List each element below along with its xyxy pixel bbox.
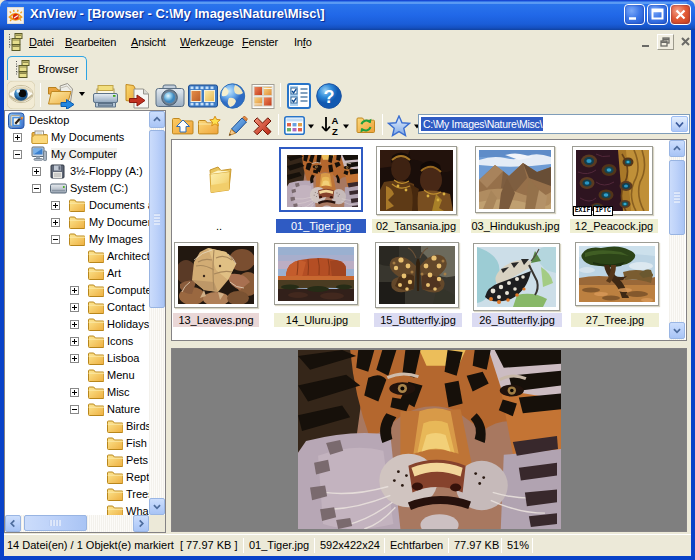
svg-text:?: ? xyxy=(324,87,335,107)
svg-text:A: A xyxy=(332,115,339,126)
svg-text:Z: Z xyxy=(332,126,338,136)
